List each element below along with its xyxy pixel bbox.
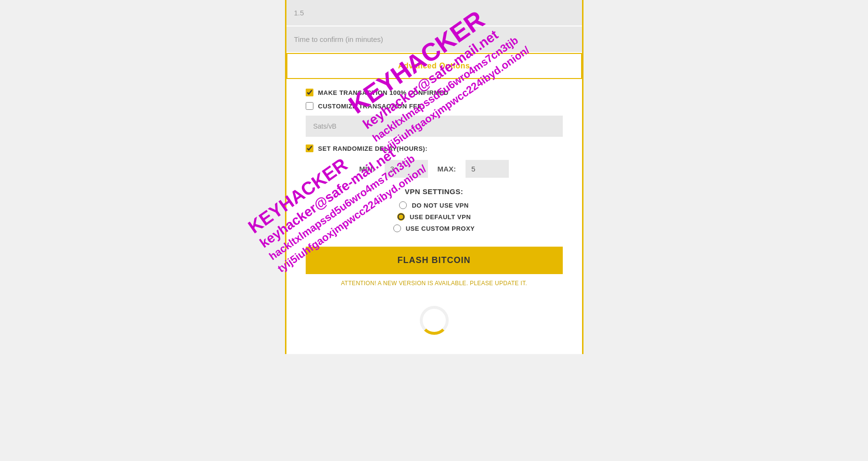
vpn-settings-title: VPN SETTINGS: [306,187,563,196]
vpn-radio-custom[interactable] [393,224,401,232]
vpn-option3-label: USE CUSTOM PROXY [406,225,475,232]
vpn-option1-label: DO NOT USE VPN [412,202,468,209]
customize-fee-label: CUSTOMIZE TRANSACTION FEE: [318,103,425,110]
flash-button[interactable]: FLASH Bitcoin [306,247,563,274]
sats-input[interactable] [306,116,563,137]
max-label: MAX: [438,165,456,173]
advanced-options-button[interactable]: Advanced Options [286,53,582,79]
max-input[interactable] [466,160,509,178]
set-randomize-row[interactable]: SET RANDOMIZE DELAY(HOURS): [306,145,563,152]
customize-fee-checkbox[interactable] [306,102,313,110]
page-wrapper: KEYHACKER keyhacker@safe-mail.net hacklt… [0,0,868,461]
make-transaction-label: MAKE TRANSACTION 100% CONFIRMED [318,89,449,96]
set-randomize-label: SET RANDOMIZE DELAY(HOURS): [318,145,428,152]
loading-spinner [420,306,449,335]
vpn-radio-default[interactable] [397,213,405,221]
vpn-option3-row[interactable]: USE CUSTOM PROXY [306,224,563,232]
vpn-option2-label: USE DEFAULT VPN [410,213,471,221]
min-label: MIN: [359,165,375,173]
advanced-section: MAKE TRANSACTION 100% CONFIRMED CUSTOMIZ… [286,79,582,291]
vpn-radio-none[interactable] [399,201,407,209]
vpn-section: VPN SETTINGS: DO NOT USE VPN USE DEFAULT… [306,187,563,232]
vpn-option2-row[interactable]: USE DEFAULT VPN [306,213,563,221]
form-container: KEYHACKER keyhacker@safe-mail.net hacklt… [285,0,583,354]
make-transaction-row[interactable]: MAKE TRANSACTION 100% CONFIRMED [306,89,563,96]
spinner-container [286,306,582,335]
make-transaction-checkbox[interactable] [306,89,313,96]
time-confirm-input[interactable] [286,26,582,52]
customize-fee-row[interactable]: CUSTOMIZE TRANSACTION FEE: [306,102,563,110]
vpn-option1-row[interactable]: DO NOT USE VPN [306,201,563,209]
min-max-row: MIN: MAX: [306,160,563,178]
value-input[interactable] [286,0,582,26]
attention-text: ATTENTION! A NEW VERSION IS AVAILABLE. P… [306,280,563,287]
min-input[interactable] [385,160,428,178]
set-randomize-checkbox[interactable] [306,145,313,152]
